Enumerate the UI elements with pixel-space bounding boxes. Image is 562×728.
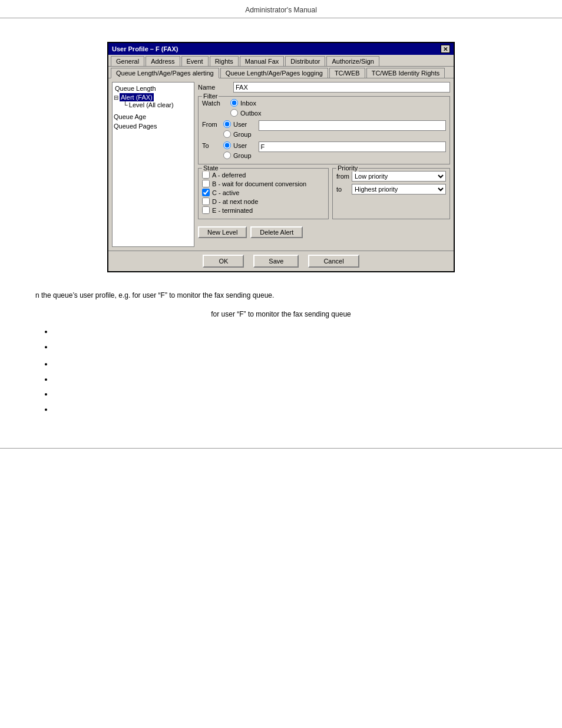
tab-manual-fax[interactable]: Manual Fax: [240, 56, 284, 66]
outbox-radio-label[interactable]: Outbox: [230, 109, 261, 117]
watch-label: Watch: [202, 99, 226, 107]
queued-pages-label[interactable]: Queued Pages: [114, 121, 193, 131]
from-user-radio[interactable]: [223, 120, 231, 128]
queue-labels: Queue Age Queued Pages: [114, 112, 193, 131]
page-footer: [0, 448, 562, 452]
from-row: From User Group: [202, 120, 446, 139]
dialog-body: Queue Length ⊟ Alert (FAX) └ Level (All …: [108, 78, 454, 251]
to-user-radio[interactable]: [223, 141, 231, 149]
from-priority-select[interactable]: Low priority Normal priority High priori…: [352, 171, 446, 182]
state-d-label[interactable]: D - at next node: [202, 197, 325, 205]
queue-age-label[interactable]: Queue Age: [114, 112, 193, 121]
inbox-radio-label[interactable]: Inbox: [230, 99, 261, 107]
left-panel: Queue Length ⊟ Alert (FAX) └ Level (All …: [112, 82, 194, 247]
state-a-label[interactable]: A - deferred: [202, 171, 325, 179]
state-title: State: [202, 164, 220, 172]
list-item: [53, 403, 527, 416]
from-user-radio-label[interactable]: User: [223, 120, 252, 128]
dialog-title: User Profile – F (FAX): [112, 45, 178, 52]
tab-event[interactable]: Event: [181, 56, 209, 66]
to-priority-select[interactable]: Low priority Normal priority High priori…: [352, 184, 446, 195]
tab-queue-alerting[interactable]: Queue Length/Age/Pages alerting: [111, 68, 219, 78]
tab-row-2: Queue Length/Age/Pages alerting Queue Le…: [108, 67, 454, 78]
new-level-button[interactable]: New Level: [198, 226, 247, 238]
inbox-radio[interactable]: [230, 99, 238, 107]
name-input[interactable]: [233, 82, 450, 93]
tab-authorize-sign[interactable]: Authorize/Sign: [326, 56, 379, 66]
queue-length-label: Queue Length: [114, 84, 193, 93]
list-item: [53, 388, 527, 401]
state-priority-row: State A - deferred B - wait for document…: [198, 168, 450, 223]
tab-address[interactable]: Address: [146, 56, 180, 66]
filter-group: Filter Watch Inbox: [198, 96, 450, 164]
to-input[interactable]: [259, 141, 446, 152]
state-c-label[interactable]: C - active: [202, 189, 325, 196]
priority-title: Priority: [336, 164, 359, 172]
state-b-label[interactable]: B - wait for document conversion: [202, 180, 325, 187]
watch-radios: Inbox Outbox: [230, 99, 261, 118]
from-group-radio-label[interactable]: Group: [223, 130, 252, 138]
tab-queue-logging[interactable]: Queue Length/Age/Pages logging: [220, 68, 328, 78]
from-priority-label: from: [336, 173, 349, 180]
delete-alert-button[interactable]: Delete Alert: [250, 226, 303, 238]
state-b-checkbox[interactable]: [202, 180, 210, 187]
dialog-footer: OK Save Cancel: [108, 251, 454, 271]
from-priority-row: from Low priority Normal priority High p…: [336, 171, 446, 182]
tab-tcweb[interactable]: TC/WEB: [329, 68, 365, 78]
bullet-list: [53, 325, 527, 416]
to-group-radio[interactable]: [223, 151, 231, 159]
list-item: [53, 358, 527, 371]
level-all-clear-item[interactable]: └ Level (All clear): [114, 101, 193, 108]
state-e-checkbox[interactable]: [202, 206, 210, 214]
tab-tcweb-identity[interactable]: TC/WEB Identity Rights: [366, 68, 445, 78]
state-group: State A - deferred B - wait for document…: [198, 168, 329, 219]
watch-row: Watch Inbox Outbox: [202, 99, 446, 118]
tab-general[interactable]: General: [111, 56, 144, 66]
from-input[interactable]: [259, 120, 446, 131]
to-user-radio-label[interactable]: User: [223, 141, 252, 149]
to-radios: User Group: [223, 141, 252, 160]
action-buttons-row: New Level Delete Alert: [198, 226, 450, 238]
to-group-radio-label[interactable]: Group: [223, 151, 252, 159]
priority-group: Priority from Low priority Normal priori…: [332, 168, 450, 219]
ok-button[interactable]: OK: [203, 255, 244, 268]
state-e-label[interactable]: E - terminated: [202, 206, 325, 214]
to-priority-label: to: [336, 186, 349, 193]
filter-title: Filter: [202, 93, 219, 100]
page-header: Administrator's Manual: [0, 0, 562, 18]
alert-fax-item[interactable]: Alert (FAX): [120, 93, 154, 101]
cancel-button[interactable]: Cancel: [308, 255, 359, 268]
right-panel: Name Filter Watch Inbox: [198, 82, 450, 247]
outbox-radio[interactable]: [230, 109, 238, 117]
from-radios: User Group: [223, 120, 252, 139]
tab-row-1: General Address Event Rights Manual Fax …: [108, 55, 454, 67]
to-label: To: [202, 141, 220, 149]
list-item: [53, 325, 527, 338]
name-row: Name: [198, 82, 450, 93]
from-label: From: [202, 120, 220, 128]
body-text-1: n the queue’s user profile, e.g. for use…: [35, 290, 527, 301]
body-text-2: for user “F” to monitor the fax sending …: [35, 310, 527, 318]
list-item: [53, 373, 527, 386]
tab-distributor[interactable]: Distributor: [285, 56, 325, 66]
name-label: Name: [198, 84, 233, 91]
state-a-checkbox[interactable]: [202, 171, 210, 179]
dialog-window: User Profile – F (FAX) ✕ General Address…: [107, 42, 455, 272]
tab-rights[interactable]: Rights: [210, 56, 239, 66]
from-group-radio[interactable]: [223, 130, 231, 138]
close-button[interactable]: ✕: [441, 45, 450, 53]
to-row: To User Group: [202, 141, 446, 160]
to-priority-row: to Low priority Normal priority High pri…: [336, 184, 446, 195]
list-item: [53, 341, 527, 354]
dialog-titlebar: User Profile – F (FAX) ✕: [108, 43, 454, 55]
save-button[interactable]: Save: [253, 255, 299, 268]
state-d-checkbox[interactable]: [202, 197, 210, 205]
state-c-checkbox[interactable]: [202, 189, 210, 196]
